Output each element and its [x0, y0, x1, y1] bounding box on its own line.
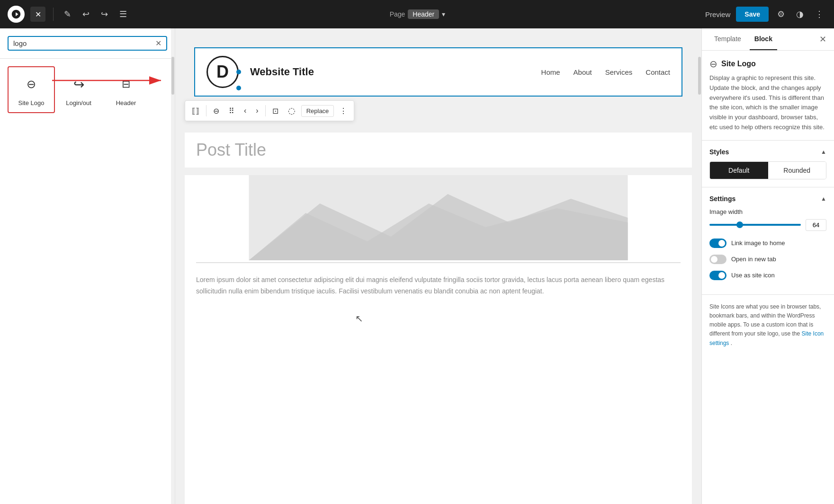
settings-title: Settings — [709, 195, 735, 203]
block-type-button[interactable]: ⟦⟧ — [188, 104, 203, 118]
block-item-header[interactable]: ⊟ Header — [102, 66, 150, 113]
lorem-content: Lorem ipsum dolor sit amet consectetur a… — [185, 263, 692, 309]
block-info-section: ⊖ Site Logo Display a graphic to represe… — [702, 51, 834, 141]
nav-item-contact[interactable]: Contact — [646, 68, 670, 76]
block-item-site-logo[interactable]: ⊖ Site Logo — [8, 66, 55, 113]
edit-icon-button[interactable]: ✎ — [61, 6, 74, 22]
style-rounded-button[interactable]: Rounded — [768, 162, 826, 179]
link-image-toggle-row: Link image to home — [709, 239, 826, 248]
open-new-tab-slider — [709, 255, 726, 264]
image-width-setting: Image width — [709, 208, 826, 231]
landscape-image — [185, 175, 692, 260]
search-input-wrap: ✕ — [8, 36, 167, 51]
toolbar-center: Page Header ▾ — [135, 9, 699, 19]
settings-section: Settings ▲ Image width Link image to hom… — [702, 187, 834, 295]
site-icon-toggle[interactable] — [709, 271, 726, 280]
panel-close-button[interactable]: ✕ — [819, 34, 826, 44]
login-out-icon: ↪ — [67, 73, 90, 96]
close-document-button[interactable]: ✕ — [30, 7, 45, 22]
left-scrollbar[interactable] — [171, 28, 175, 504]
toolbar-right: Preview Save ⚙ ◑ ⋮ — [705, 6, 826, 22]
canvas-scroll-thumb — [698, 57, 701, 95]
site-logo-image[interactable]: D — [206, 56, 239, 88]
site-logo-wrap: D — [206, 56, 239, 88]
block-toolbar: ⟦⟧ ⊖ ⠿ ‹ › ⊡ ◌ Replace ⋮ — [185, 100, 354, 121]
block-name-text: Site Logo — [721, 60, 756, 68]
canvas-scrollbar[interactable] — [698, 28, 701, 504]
styles-header: Styles ▲ — [709, 148, 826, 156]
panel-footer: Site Icons are what you see in browser t… — [702, 295, 834, 355]
open-new-tab-label: Open in new tab — [731, 256, 776, 263]
page-label: Page — [390, 10, 405, 18]
block-label-site-logo: Site Logo — [18, 99, 45, 106]
block-description: Display a graphic to represent this site… — [709, 73, 826, 133]
settings-button[interactable]: ⚙ — [774, 6, 788, 22]
crop-button[interactable]: ⊡ — [269, 104, 282, 118]
footer-end: . — [731, 340, 732, 346]
settings-chevron-icon[interactable]: ▲ — [821, 195, 826, 202]
undo-button[interactable]: ↩ — [80, 6, 92, 22]
top-toolbar: ✕ ✎ ↩ ↪ ☰ Page Header ▾ Preview Save ⚙ ◑… — [0, 0, 834, 28]
site-icon-toggle-row: Use as site icon — [709, 271, 826, 280]
search-bar: ✕ — [0, 28, 175, 59]
nav-item-services[interactable]: Services — [605, 68, 633, 76]
header-block[interactable]: D Website Title Home About Services Cont… — [194, 47, 682, 97]
block-label-header: Header — [116, 99, 136, 106]
preview-button[interactable]: Preview — [705, 10, 730, 18]
open-new-tab-toggle[interactable] — [709, 255, 726, 264]
chevron-down-icon[interactable]: ▾ — [442, 10, 445, 18]
list-view-button[interactable]: ☰ — [117, 6, 130, 22]
block-grid: ⊖ Site Logo ↪ Login/out ⊟ Header — [0, 59, 175, 121]
block-label-login-out: Login/out — [66, 99, 91, 106]
logo-letter: D — [216, 62, 229, 82]
block-name-row: ⊖ Site Logo — [709, 58, 826, 70]
toolbar-sep-1 — [206, 105, 206, 116]
nav-item-about[interactable]: About — [574, 68, 592, 76]
search-input[interactable] — [13, 39, 152, 47]
link-image-toggle[interactable] — [709, 239, 726, 248]
block-item-login-out[interactable]: ↪ Login/out — [55, 66, 102, 113]
left-scrollbar-thumb — [171, 57, 174, 95]
post-title-area[interactable]: Post Title — [185, 133, 692, 168]
canvas-area: D Website Title Home About Services Cont… — [175, 28, 701, 504]
loading-button[interactable]: ◌ — [284, 103, 299, 119]
styles-title: Styles — [709, 148, 729, 156]
more-options-button[interactable]: ⋮ — [812, 6, 826, 22]
more-block-options[interactable]: ⋮ — [336, 104, 351, 118]
save-button[interactable]: Save — [736, 7, 769, 22]
post-title: Post Title — [196, 140, 266, 159]
resize-handle-right[interactable] — [236, 70, 241, 74]
resize-handle-bottom-right[interactable] — [236, 86, 241, 90]
block-name-icon: ⊖ — [709, 58, 717, 70]
styles-chevron-icon[interactable]: ▲ — [821, 149, 826, 155]
image-width-label: Image width — [709, 208, 826, 215]
settings-header: Settings ▲ — [709, 195, 826, 203]
tab-template[interactable]: Template — [709, 28, 746, 50]
block-inserter-panel: ✕ ⊖ Site Logo ↪ Login/out ⊟ Header — [0, 28, 175, 504]
right-panel: Template Block ✕ ⊖ Site Logo Display a g… — [701, 28, 834, 504]
page-name-badge: Header — [408, 9, 439, 19]
drag-handle[interactable]: ⠿ — [225, 104, 238, 118]
nav-item-home[interactable]: Home — [541, 68, 560, 76]
logo-icon-button[interactable]: ⊖ — [209, 104, 223, 118]
image-width-value[interactable] — [806, 219, 826, 231]
site-icon-label: Use as site icon — [731, 272, 775, 279]
main-layout: ✕ ⊖ Site Logo ↪ Login/out ⊟ Header — [0, 28, 834, 504]
image-width-slider[interactable] — [709, 224, 801, 226]
redo-button[interactable]: ↪ — [98, 6, 111, 22]
tab-block[interactable]: Block — [750, 28, 777, 50]
move-left-button[interactable]: ‹ — [240, 104, 250, 118]
move-right-button[interactable]: › — [252, 104, 262, 118]
search-clear-button[interactable]: ✕ — [155, 39, 161, 48]
link-image-slider — [709, 239, 726, 248]
toolbar-sep-2 — [265, 105, 266, 116]
open-new-tab-toggle-row: Open in new tab — [709, 255, 826, 264]
wp-logo — [8, 6, 25, 23]
contrast-button[interactable]: ◑ — [793, 6, 807, 22]
panel-tabs: Template Block ✕ — [702, 28, 834, 51]
style-default-button[interactable]: Default — [710, 162, 768, 179]
site-icon-slider — [709, 271, 726, 280]
site-title: Website Title — [250, 66, 314, 78]
header-block-icon: ⊟ — [115, 73, 137, 96]
replace-button[interactable]: Replace — [301, 105, 334, 117]
